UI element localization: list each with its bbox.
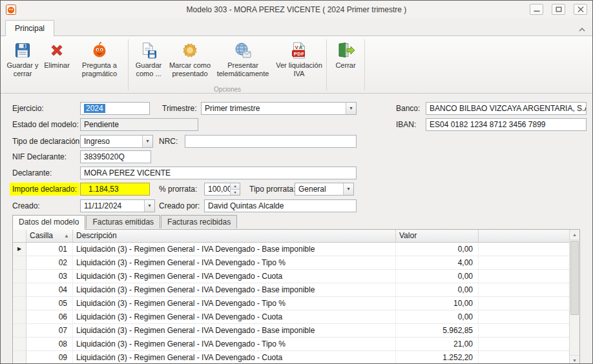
grid-body: ▶01Liquidación (3) - Regimen General - I… bbox=[13, 243, 579, 364]
cerrar-button[interactable]: Cerrar bbox=[328, 38, 363, 86]
table-row[interactable]: 03Liquidación (3) - Regimen General - IV… bbox=[13, 270, 579, 283]
banco-value: BANCO BILBAO VIZCAYA ARGENTARIA, S.A. ( … bbox=[430, 104, 587, 113]
presentar-telematicamente-button[interactable]: Presentar telemáticamente bbox=[213, 38, 273, 86]
creado-por-value: David Quintas Alcalde bbox=[208, 201, 284, 210]
descripcion-cell: Liquidación (3) - Regimen General - IVA … bbox=[73, 310, 396, 323]
tipo-declaracion-label: Tipo de declaración: bbox=[12, 135, 82, 148]
table-row[interactable]: 09Liquidación (3) - Regimen General - IV… bbox=[13, 351, 579, 364]
chevron-down-icon[interactable]: ▾ bbox=[343, 183, 353, 195]
scroll-up-icon[interactable]: ▲ bbox=[570, 230, 579, 240]
tab-datos-del-modelo[interactable]: Datos del modelo bbox=[12, 215, 85, 230]
descripcion-cell: Liquidación (3) - Regimen General - IVA … bbox=[73, 351, 396, 364]
pregunta-pragmatico-button[interactable]: Pregunta a pragmático bbox=[72, 38, 127, 86]
creado-por-label: Creado por: bbox=[159, 199, 200, 212]
creado-value: 11/11/2024 bbox=[84, 201, 121, 210]
tipo-declaracion-select[interactable]: Ingreso▾ bbox=[80, 135, 153, 148]
prorrata-spinner[interactable]: 100,00▴▾ bbox=[204, 183, 240, 196]
document-tabs: Datos del modelo Facturas emitidas Factu… bbox=[12, 215, 238, 230]
close-button[interactable] bbox=[574, 4, 587, 15]
chevron-down-icon[interactable]: ▾ bbox=[346, 103, 356, 114]
row-indicator: ▶ bbox=[13, 243, 26, 256]
cerrar-label: Cerrar bbox=[335, 61, 355, 70]
creado-date-input[interactable]: 11/11/2024▾ bbox=[80, 199, 155, 212]
trimestre-select[interactable]: Primer trimestre▾ bbox=[201, 102, 357, 115]
nrc-input[interactable] bbox=[185, 135, 357, 148]
creado-label: Creado: bbox=[12, 199, 40, 212]
exit-door-icon bbox=[337, 40, 355, 61]
prorrata-label: % prorrata: bbox=[159, 183, 197, 196]
column-header-descripcion[interactable]: Descripción bbox=[73, 230, 396, 242]
descripcion-cell: Liquidación (3) - Regimen General - IVA … bbox=[73, 243, 396, 256]
presentar-telematicamente-label: Presentar telemáticamente bbox=[213, 61, 273, 78]
descripcion-cell: Liquidación (3) - Regimen General - IVA … bbox=[73, 324, 396, 337]
scroll-down-icon[interactable]: ▼ bbox=[570, 355, 579, 364]
table-row[interactable]: ▶01Liquidación (3) - Regimen General - I… bbox=[13, 243, 579, 256]
guardar-y-cerrar-button[interactable]: Guardar y cerrar bbox=[4, 38, 41, 86]
iban-label: IBAN: bbox=[396, 118, 416, 131]
filler-cell bbox=[479, 351, 579, 364]
minimize-button[interactable] bbox=[530, 4, 543, 15]
ribbon-separator bbox=[326, 39, 327, 90]
importe-input[interactable]: 1.184,53 bbox=[80, 183, 150, 196]
iban-input[interactable]: ES04 0182 1234 8712 3456 7899 bbox=[426, 118, 587, 131]
casillas-grid: Casilla▲ Descripción Valor ▶01Liquidació… bbox=[12, 229, 580, 364]
table-row[interactable]: 04Liquidación (3) - Regimen General - IV… bbox=[13, 283, 579, 297]
table-row[interactable]: 05Liquidación (3) - Regimen General - IV… bbox=[13, 297, 579, 310]
chevron-down-icon[interactable]: ▾ bbox=[144, 200, 154, 212]
table-row[interactable]: 06Liquidación (3) - Regimen General - IV… bbox=[13, 310, 579, 324]
estado-input[interactable]: Pendiente bbox=[80, 118, 198, 131]
valor-cell: 0,00 bbox=[396, 283, 479, 296]
globe-mail-icon bbox=[234, 40, 252, 61]
pdf-icon: VAPDF bbox=[291, 40, 307, 61]
eliminar-button[interactable]: Eliminar bbox=[41, 38, 72, 86]
tab-principal[interactable]: Principal bbox=[5, 20, 54, 36]
delete-icon bbox=[48, 40, 65, 61]
ejercicio-input[interactable]: 2024 bbox=[80, 102, 150, 115]
marcar-presentado-label: Marcar como presentado bbox=[167, 61, 213, 78]
declarante-label: Declarante: bbox=[12, 167, 52, 179]
nif-input[interactable]: 38395020Q bbox=[80, 150, 151, 163]
iban-value: ES04 0182 1234 8712 3456 7899 bbox=[430, 120, 546, 129]
tipo-prorrata-select[interactable]: General▾ bbox=[295, 183, 354, 196]
row-indicator bbox=[13, 256, 26, 269]
nrc-label: NRC: bbox=[159, 135, 178, 148]
table-row[interactable]: 07Liquidación (3) - Regimen General - IV… bbox=[13, 324, 579, 338]
mascot-icon bbox=[91, 40, 108, 61]
creado-por-input[interactable]: David Quintas Alcalde bbox=[204, 199, 357, 212]
table-row[interactable]: 02Liquidación (3) - Regimen General - IV… bbox=[13, 256, 579, 270]
spin-down-icon[interactable]: ▾ bbox=[230, 189, 240, 196]
column-header-casilla[interactable]: Casilla▲ bbox=[26, 230, 73, 242]
ver-liquidacion-iva-button[interactable]: VAPDF Ver liquidación IVA bbox=[273, 38, 325, 86]
filler-cell bbox=[479, 310, 579, 323]
valor-cell: 0,00 bbox=[396, 270, 479, 283]
tipo-prorrata-label: Tipo prorrata: bbox=[249, 183, 296, 196]
trimestre-value: Primer trimestre bbox=[205, 104, 260, 113]
chevron-down-icon[interactable]: ▾ bbox=[142, 136, 152, 147]
marcar-presentado-button[interactable]: Marcar como presentado bbox=[167, 38, 213, 86]
table-row[interactable]: 08Liquidación (3) - Regimen General - IV… bbox=[13, 338, 579, 351]
save-as-icon bbox=[140, 40, 157, 61]
tab-facturas-emitidas[interactable]: Facturas emitidas bbox=[86, 215, 160, 228]
tab-facturas-recibidas[interactable]: Facturas recibidas bbox=[161, 215, 237, 228]
descripcion-cell: Liquidación (3) - Regimen General - IVA … bbox=[73, 270, 396, 283]
filler-cell bbox=[479, 297, 579, 310]
banco-label: Banco: bbox=[396, 102, 420, 115]
row-indicator bbox=[13, 351, 26, 364]
guardar-como-button[interactable]: Guardar como ... bbox=[130, 38, 167, 86]
chevron-up-icon[interactable] bbox=[578, 25, 586, 34]
banco-input[interactable]: BANCO BILBAO VIZCAYA ARGENTARIA, S.A. ( … bbox=[426, 102, 587, 115]
casilla-cell: 04 bbox=[26, 283, 73, 296]
column-header-valor[interactable]: Valor bbox=[396, 230, 479, 242]
scrollbar-thumb[interactable] bbox=[570, 241, 579, 315]
titlebar: Modelo 303 - MORA PEREZ VICENTE ( 2024 P… bbox=[1, 1, 592, 19]
filler-cell bbox=[479, 338, 579, 350]
ribbon-separator bbox=[364, 39, 365, 90]
guardar-como-label: Guardar como ... bbox=[130, 61, 167, 78]
declarante-input[interactable]: MORA PEREZ VICENTE bbox=[80, 167, 357, 179]
grid-vertical-scrollbar[interactable]: ▲ ▼ bbox=[569, 230, 579, 364]
modelo-303-window: Modelo 303 - MORA PEREZ VICENTE ( 2024 P… bbox=[0, 0, 593, 364]
descripcion-cell: Liquidación (3) - Regimen General - IVA … bbox=[73, 297, 396, 310]
casilla-cell: 07 bbox=[26, 324, 73, 337]
maximize-button[interactable] bbox=[552, 4, 565, 15]
spin-up-icon[interactable]: ▴ bbox=[230, 183, 240, 189]
